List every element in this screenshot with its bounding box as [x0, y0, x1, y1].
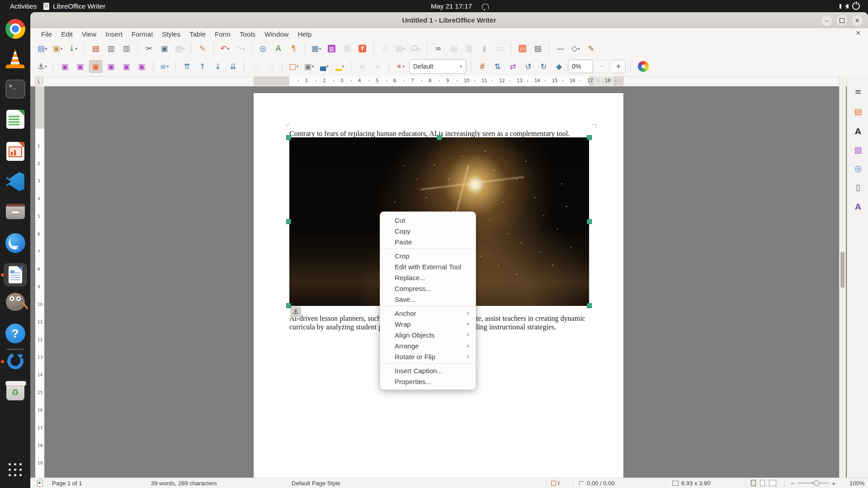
- tab-stop-selector[interactable]: L: [35, 77, 43, 85]
- context-menu-item-arrange[interactable]: Arrange›: [380, 340, 476, 351]
- insert-text-box-icon[interactable]: T: [356, 42, 369, 55]
- resize-handle-top-left[interactable]: [286, 135, 291, 140]
- bring-to-front-icon[interactable]: ⇈: [180, 60, 193, 73]
- menu-styles[interactable]: Styles: [157, 29, 185, 39]
- resize-handle-bottom-right[interactable]: [587, 303, 592, 308]
- resize-handle-middle-right[interactable]: [587, 219, 592, 224]
- print-preview-icon[interactable]: ▥: [120, 42, 133, 55]
- rotate-left-icon[interactable]: ↺: [522, 60, 535, 73]
- single-page-view-icon[interactable]: [751, 480, 756, 486]
- bring-forward-icon[interactable]: ↑: [196, 60, 209, 73]
- caption-line2-right[interactable]: ling instructional strategies.: [476, 323, 556, 331]
- freeform-line-icon[interactable]: ✎: [585, 42, 598, 55]
- rotate-right-icon[interactable]: ↻: [537, 60, 550, 73]
- transparency-increase-button[interactable]: +: [612, 60, 626, 73]
- caption-line2-left[interactable]: curricula by analyzing student p: [289, 323, 382, 331]
- insert-field-icon[interactable]: ▤▾: [394, 42, 407, 55]
- wrap-right-icon[interactable]: ▣: [120, 60, 133, 73]
- formatting-marks-icon[interactable]: ¶: [287, 42, 300, 55]
- context-menu-item-anchor[interactable]: Anchor›: [380, 308, 476, 319]
- zoom-level[interactable]: 100%: [849, 478, 864, 488]
- flip-vertically-icon[interactable]: ⇅: [491, 60, 504, 73]
- send-backward-icon[interactable]: ↓: [211, 60, 224, 73]
- clone-formatting-icon[interactable]: ✎: [196, 42, 209, 55]
- cut-icon[interactable]: ✂: [142, 42, 156, 55]
- menu-help[interactable]: Help: [293, 29, 316, 39]
- dock-item-trash[interactable]: ♻: [6, 381, 24, 400]
- context-menu-item-cut[interactable]: Cut: [380, 215, 476, 225]
- find-replace-icon[interactable]: ◎: [256, 42, 269, 55]
- caption-line1-left[interactable]: AI-driven lesson planners, such: [289, 314, 381, 323]
- paragraph[interactable]: Contrary to fears of replacing human edu…: [289, 129, 570, 138]
- wrap-ideal-icon[interactable]: ▣: [89, 60, 102, 73]
- insert-comment-icon[interactable]: ▭: [516, 42, 529, 55]
- dock-item-terminal[interactable]: >_: [5, 80, 25, 99]
- horizontal-ruler[interactable]: 12345678910111213141516171819: [254, 76, 623, 86]
- word-count[interactable]: 39 words, 289 characters: [151, 478, 217, 488]
- object-size[interactable]: 6.93 x 3.90: [672, 478, 710, 488]
- activities-button[interactable]: Activities: [7, 0, 39, 12]
- unlink-frames-icon[interactable]: ∞: [371, 60, 384, 73]
- dock-item-thunderbird[interactable]: [5, 233, 25, 253]
- sidebar-tab-styles[interactable]: A: [850, 124, 866, 138]
- menu-format[interactable]: Format: [127, 29, 158, 39]
- wrap-through-icon[interactable]: ▣: [135, 60, 148, 73]
- borders-icon[interactable]: □▾: [287, 60, 300, 73]
- dock-item-libreoffice-writer[interactable]: [4, 263, 27, 286]
- maximize-button[interactable]: [836, 14, 848, 27]
- context-menu-item-crop[interactable]: Crop: [380, 250, 476, 261]
- zoom-slider-thumb[interactable]: [814, 480, 820, 486]
- menu-file[interactable]: File: [37, 29, 57, 39]
- context-menu-item-edit-with-external-tool[interactable]: Edit with External Tool: [380, 261, 476, 272]
- dock-item-vscode[interactable]: [6, 172, 25, 191]
- edit-contour-icon[interactable]: ◌: [264, 60, 278, 73]
- vertical-ruler[interactable]: 12345678910111213141516171819: [35, 86, 44, 478]
- horizontal-line-icon[interactable]: —: [554, 42, 567, 55]
- dock-item-vlc[interactable]: [5, 49, 25, 69]
- sidebar-tab-sidebar-settings[interactable]: ≡: [850, 84, 866, 99]
- send-to-back-icon[interactable]: ⇊: [226, 60, 240, 73]
- menu-tools[interactable]: Tools: [235, 29, 260, 39]
- context-menu-item-copy[interactable]: Copy: [380, 225, 476, 236]
- wrap-contour-icon[interactable]: ◌: [249, 60, 262, 73]
- sidebar-tab-style-inspector[interactable]: A: [850, 199, 866, 214]
- background-color-icon[interactable]: ▂▾: [333, 60, 346, 73]
- flip-horizontally-icon[interactable]: ⇄: [506, 60, 519, 73]
- anchor-marker-icon[interactable]: ⚓: [290, 306, 301, 317]
- resize-handle-top-center[interactable]: [437, 135, 442, 140]
- link-frames-icon[interactable]: ∞: [356, 60, 369, 73]
- vertical-scrollbar[interactable]: [839, 76, 846, 478]
- menu-edit[interactable]: Edit: [57, 29, 77, 39]
- insert-chart-icon[interactable]: ▥: [340, 42, 354, 55]
- view-layout-switcher[interactable]: [751, 478, 778, 488]
- context-menu-item-replace[interactable]: Replace...: [380, 272, 476, 283]
- sidebar-tab-page[interactable]: ▯: [850, 180, 866, 194]
- titlebar[interactable]: Untitled 1 - LibreOffice Writer – ✕: [30, 12, 868, 28]
- transparency-icon[interactable]: ◆: [552, 60, 566, 73]
- wrap-off-icon[interactable]: ▣: [58, 60, 71, 73]
- dock-item-software-updater[interactable]: [6, 352, 25, 371]
- new-document-icon[interactable]: ▤▾: [36, 42, 49, 55]
- dock-item-help[interactable]: ?: [5, 324, 25, 343]
- sidebar-tab-gallery[interactable]: ▨: [850, 142, 866, 157]
- insert-footnote-icon[interactable]: ▤: [447, 42, 460, 55]
- page-style[interactable]: Default Page Style: [292, 478, 340, 488]
- multi-page-view-icon[interactable]: [760, 480, 765, 486]
- insert-page-break-icon[interactable]: ▯: [378, 42, 392, 55]
- context-menu-item-save[interactable]: Save...: [380, 294, 476, 305]
- wrap-left-icon[interactable]: ▣: [104, 60, 118, 73]
- context-menu-item-paste[interactable]: Paste: [380, 236, 476, 247]
- menu-table[interactable]: Table: [185, 29, 210, 39]
- context-menu-item-align-objects[interactable]: Align Objects›: [380, 329, 476, 340]
- context-menu-item-wrap[interactable]: Wrap›: [380, 319, 476, 329]
- resize-handle-middle-left[interactable]: [286, 219, 291, 224]
- anchor-icon[interactable]: ⚓▾: [36, 60, 49, 73]
- color-filter-icon[interactable]: [638, 61, 649, 72]
- transparency-decrease-button[interactable]: −: [595, 60, 609, 73]
- close-document-icon[interactable]: ✕: [855, 29, 861, 37]
- page-count[interactable]: Page 1 of 1: [52, 478, 82, 488]
- basic-shapes-icon[interactable]: ◇▾: [569, 42, 582, 55]
- image-filter-icon[interactable]: ✶▾: [394, 60, 407, 73]
- zoom-out-icon[interactable]: −: [791, 479, 795, 487]
- minimize-button[interactable]: –: [821, 14, 833, 27]
